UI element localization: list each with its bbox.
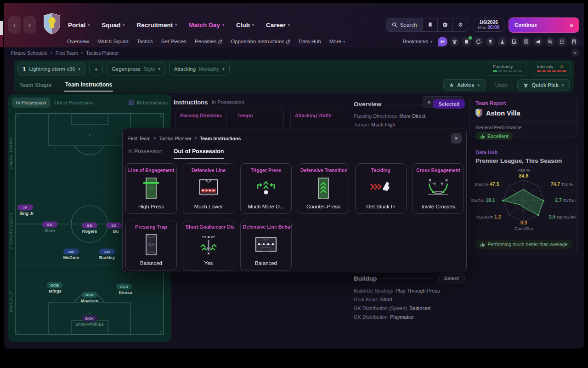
player-chip[interactable]: SS [106, 223, 122, 229]
undo-button[interactable]: Undo [489, 79, 514, 91]
competitions-button[interactable] [486, 37, 495, 46]
subnav-label: Match Squad [97, 39, 129, 44]
player-chip[interactable]: AM [63, 249, 79, 255]
player-chip[interactable]: BCB [82, 292, 97, 298]
toggle-out-of-possession[interactable]: Out of Possession [50, 98, 97, 108]
nav-club[interactable]: Club▾ [236, 22, 254, 29]
back-button[interactable]: ‹ [8, 16, 21, 34]
modal-tab-in-possession[interactable]: In Possession [128, 148, 163, 159]
club-crest-icon [475, 109, 482, 117]
modal-breadcrumb-tactics-planner[interactable]: Tactics Planner [159, 136, 192, 141]
card-cross-engagement[interactable]: Cross Engagement Invite C [413, 163, 464, 214]
radar-axis-label: Sh/Gm [471, 198, 485, 203]
modal-tab-out-of-possession[interactable]: Out of Possession [174, 148, 224, 159]
reports-button[interactable] [521, 37, 531, 46]
player-chip[interactable]: BGK [82, 316, 97, 322]
calendar-icon [560, 39, 565, 44]
nav-career[interactable]: Career▾ [266, 22, 290, 29]
club-crest[interactable] [43, 13, 61, 37]
search-button[interactable]: Search [386, 18, 422, 31]
breadcrumb-first-team[interactable]: First Team [56, 50, 78, 56]
card-trigger-press[interactable]: Trigger Press Much More O... [240, 163, 292, 214]
subnav-penalties[interactable]: Penalties [195, 39, 222, 44]
radar-axis-label: Pas % [470, 167, 577, 172]
add-tactic-button[interactable]: + [89, 63, 103, 75]
card-short-goalkeeper-distribution[interactable]: Short Goalkeeper Distr Yes [183, 220, 234, 270]
calendar-button[interactable] [557, 37, 567, 46]
subnav-more[interactable]: More▾ [329, 39, 345, 44]
divider [380, 278, 434, 279]
all-instructions-button[interactable]: All Instructions [129, 100, 168, 105]
card-defensive-transition[interactable]: Defensive Transition Counter-Press [298, 163, 349, 214]
panel-close-button[interactable]: × [571, 49, 579, 57]
subnav-opposition-instructions[interactable]: Opposition Instructions [231, 39, 290, 44]
squad-shirt-button[interactable] [450, 37, 459, 46]
shirt-icon [523, 83, 528, 88]
buildup-row: Goal KicksShort [354, 295, 465, 304]
scouting-button[interactable] [509, 37, 519, 46]
team-report-panel[interactable]: Team Report Aston Villa General Performa… [469, 96, 578, 137]
tab-team-shape[interactable]: Team Shape [18, 79, 52, 91]
subnav-set-pieces[interactable]: Set Pieces [161, 39, 187, 44]
row-value: Short [380, 297, 392, 302]
instruction-cards-gr: Line of Engagement High Press Defensive … [123, 159, 466, 270]
search-plus-button[interactable] [545, 37, 555, 46]
player-chip[interactable]: AM [99, 249, 115, 255]
announcements-button[interactable] [533, 37, 543, 46]
style-label: Style [144, 66, 155, 72]
radar-axis-value: 84.6 [470, 173, 577, 178]
mentality-dropdown[interactable]: Attacking Mentality ▾ [169, 63, 230, 75]
card-defensive-line-behavior[interactable]: Defensive Line Behavio Balanced [240, 220, 292, 270]
notes-button[interactable] [569, 37, 579, 46]
nav-portal[interactable]: Portal▾ [68, 22, 90, 29]
defensive-transition-icon [311, 177, 335, 200]
player-chip[interactable]: SS [82, 223, 97, 229]
game-date[interactable]: 1/6/2026 Mon 00:00 [473, 18, 504, 32]
toggle-in-possession[interactable]: In Possession [12, 98, 50, 108]
tactic-dropdown[interactable]: 1 Lightning storm v36 ▾ [17, 63, 85, 75]
assistant-button[interactable] [437, 18, 452, 31]
quick-pick-button[interactable]: Quick Pick ▾ [517, 79, 570, 91]
style-dropdown[interactable]: Gegenpress Style ▾ [107, 63, 165, 75]
modal-breadcrumb-first-team[interactable]: First Team [128, 136, 151, 141]
bookmark-button[interactable] [422, 18, 437, 31]
data-hub-panel[interactable]: Data Hub Premier League, This Season Pas… [469, 145, 578, 254]
player-chip[interactable]: IF [17, 205, 33, 211]
card-pressing-trap[interactable]: Pressing Trap Balanced [125, 220, 177, 270]
subnav-tactics[interactable]: Tactics [137, 39, 153, 44]
data-hub-note: Performing much better than average [475, 240, 573, 249]
inbox-button[interactable] [462, 37, 471, 46]
card-defensive-line[interactable]: Defensive Line Much Lower [183, 163, 234, 214]
refresh-button[interactable] [474, 37, 483, 46]
tactics-toolbar: 1 Lightning storm v36 ▾ + Gegenpress Sty… [14, 60, 574, 93]
selected-button[interactable]: Selected [433, 99, 465, 109]
breadcrumb-tactics-planner[interactable]: Tactics Planner [86, 50, 119, 56]
training-button[interactable] [498, 37, 507, 46]
breadcrumb-fixture-schedule[interactable]: Fixture Schedule [11, 50, 47, 56]
forward-button[interactable]: › [23, 16, 36, 34]
subnav-match-squad[interactable]: Match Squad [97, 39, 129, 44]
player-chip[interactable]: SS [42, 222, 57, 228]
nav-recruitment[interactable]: Recruitment▾ [137, 22, 177, 29]
tab-team-instructions[interactable]: Team Instructions [64, 79, 113, 92]
continue-button[interactable]: Continue » [509, 18, 579, 32]
messages-button[interactable]: 9+ [438, 37, 447, 46]
select-button[interactable]: Select [438, 273, 465, 283]
player-chip[interactable]: OCB [47, 282, 62, 288]
advice-button[interactable]: ★ Advice ▾ [443, 79, 486, 91]
player-name: Mings [49, 288, 61, 293]
radar-axis-value: 18.1 [486, 197, 495, 203]
card-tackling[interactable]: Tackling Get Stuck In [355, 163, 407, 214]
modal-close-button[interactable]: × [451, 133, 462, 144]
buildup-row: GK DistributionPlaymaker [354, 313, 465, 322]
subnav-overview[interactable]: Overview [67, 39, 89, 44]
subnav-data-hub[interactable]: Data Hub [299, 39, 321, 44]
settings-button[interactable]: ⚙ [452, 18, 468, 31]
mentality-label: Mentality [199, 66, 219, 72]
player-chip[interactable]: OCB [116, 284, 132, 290]
nav-squad[interactable]: Squad▾ [102, 22, 124, 29]
bookmarks-dropdown[interactable]: Bookmarks▾ [403, 39, 432, 44]
nav-match-day[interactable]: Match Day▾ [189, 22, 224, 29]
card-line-of-engagement[interactable]: Line of Engagement High Press [125, 163, 177, 214]
time-value: 00:00 [487, 25, 499, 30]
